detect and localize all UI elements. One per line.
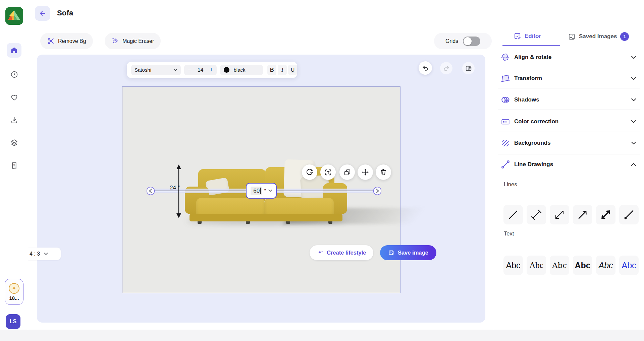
line-style-double-arrow[interactable] — [550, 205, 569, 224]
section-color-correction[interactable]: Color correction — [494, 115, 644, 129]
save-image-button[interactable]: Save image — [380, 245, 436, 260]
transform-icon — [500, 73, 511, 83]
tab-saved-images[interactable]: Saved Images 1 — [568, 32, 629, 41]
underline-button[interactable]: U — [288, 65, 297, 75]
text-color-select[interactable]: black — [220, 65, 263, 75]
back-button[interactable] — [35, 6, 50, 21]
section-shadows[interactable]: Shadows — [494, 93, 644, 107]
svg-text:$: $ — [13, 163, 15, 167]
chevron-down-icon[interactable] — [268, 190, 272, 192]
compare-view-button[interactable] — [462, 62, 475, 74]
left-endpoint-handle[interactable] — [147, 187, 155, 195]
create-lifestyle-button[interactable]: Create lifestyle — [310, 245, 373, 260]
tab-saved-label: Saved Images — [579, 33, 617, 40]
text-style-italic[interactable]: Abc — [596, 256, 615, 275]
align-rotate-icon — [500, 52, 511, 62]
save-icon — [388, 250, 394, 256]
width-dimension-input[interactable]: 60 " — [246, 183, 277, 199]
text-style-serif[interactable]: Abc — [527, 256, 546, 275]
canvas-image-area[interactable]: 24 " 60 " — [122, 86, 400, 293]
section-backgrounds[interactable]: Backgrounds — [494, 136, 644, 150]
line-style-double-arrow-bold[interactable] — [596, 205, 615, 224]
italic-button[interactable]: I — [278, 65, 287, 75]
magic-eraser-icon — [111, 37, 119, 45]
section-align-rotate[interactable]: Align & rotate — [494, 50, 644, 64]
line-style-arrow[interactable] — [573, 205, 592, 224]
bold-button[interactable]: B — [267, 65, 276, 75]
remove-bg-label: Remove Bg — [58, 38, 86, 44]
chevron-down-icon — [631, 98, 636, 101]
app-logo[interactable] — [5, 7, 23, 25]
text-caret — [260, 188, 261, 194]
undo-icon — [422, 64, 429, 72]
sidebar-item-history[interactable] — [7, 67, 21, 82]
sidebar-item-home[interactable] — [7, 43, 21, 58]
color-correction-icon — [500, 117, 511, 127]
toggle-knob — [464, 37, 472, 45]
sparkles-icon — [317, 249, 324, 256]
undo-button[interactable] — [419, 61, 432, 75]
avatar-initials: LS — [10, 319, 16, 325]
chevron-down-icon — [631, 141, 636, 145]
chevron-down-icon — [44, 253, 48, 255]
redo-icon — [443, 65, 450, 72]
line-style-dot-end[interactable] — [619, 205, 639, 224]
sidebar-item-favorites[interactable] — [7, 90, 21, 105]
line-style-caps[interactable] — [527, 205, 546, 224]
editor-panel: Editor Saved Images 1 Align & rotate Tra… — [494, 0, 644, 341]
image-check-icon — [568, 33, 576, 41]
trash-icon — [380, 168, 387, 176]
font-size-value: 14 — [198, 67, 204, 73]
chevron-down-icon — [631, 56, 636, 59]
section-line-drawings[interactable]: Line Drawings — [494, 157, 644, 172]
tab-editor[interactable]: Editor — [514, 32, 541, 40]
sidebar-item-layers[interactable] — [7, 135, 21, 150]
scissors-icon — [47, 37, 55, 45]
grids-toggle[interactable] — [463, 37, 480, 46]
text-select-button[interactable] — [320, 164, 336, 180]
sidebar: $ ✦ 18... LS — [0, 0, 28, 341]
decrease-size-button[interactable]: − — [188, 66, 192, 74]
split-panel-icon — [465, 65, 472, 72]
text-styles-row: Abc Abc Abc Abc Abc Abc — [503, 256, 644, 275]
line-style-plain[interactable] — [503, 205, 523, 224]
right-endpoint-handle[interactable] — [374, 187, 381, 195]
text-style-serif-2[interactable]: Abc — [550, 256, 569, 275]
sidebar-item-downloads[interactable] — [7, 113, 21, 127]
chevron-down-icon — [631, 120, 636, 123]
grids-label: Grids — [445, 38, 458, 44]
save-image-label: Save image — [398, 250, 428, 256]
line-styles-row — [503, 205, 644, 224]
section-transform[interactable]: Transform — [494, 71, 644, 85]
move-button[interactable] — [358, 164, 373, 180]
rotate-button[interactable] — [302, 164, 317, 180]
font-select[interactable]: Satoshi — [131, 65, 181, 75]
credits-box[interactable]: ✦ 18... — [5, 279, 23, 305]
text-style-blue[interactable]: Abc — [619, 256, 639, 275]
magic-eraser-label: Magic Eraser — [122, 38, 154, 44]
grids-control: Grids — [434, 33, 492, 49]
layers-icon — [10, 138, 18, 147]
move-icon — [361, 168, 369, 176]
line-drawings-icon — [500, 159, 511, 169]
height-dimension-arrow[interactable] — [173, 163, 185, 219]
sidebar-item-billing[interactable]: $ — [7, 158, 21, 173]
remove-bg-button[interactable]: Remove Bg — [40, 33, 93, 49]
shadows-icon — [500, 95, 511, 105]
text-style-bold[interactable]: Abc — [573, 256, 592, 275]
delete-button[interactable] — [376, 164, 391, 180]
magic-eraser-button[interactable]: Magic Eraser — [105, 33, 161, 49]
text-frame-icon — [324, 168, 332, 176]
page-title: Sofa — [57, 9, 73, 17]
user-avatar[interactable]: LS — [6, 314, 20, 329]
duplicate-button[interactable] — [339, 164, 355, 180]
font-name: Satoshi — [135, 67, 151, 73]
logo-icon — [5, 7, 23, 25]
heart-icon — [10, 93, 18, 101]
chevron-down-icon — [631, 77, 636, 80]
color-name: black — [233, 67, 245, 73]
text-style-sans[interactable]: Abc — [503, 256, 523, 275]
increase-size-button[interactable]: + — [209, 66, 213, 74]
redo-button[interactable] — [440, 62, 452, 74]
aspect-ratio-value: 4 : 3 — [30, 251, 40, 257]
